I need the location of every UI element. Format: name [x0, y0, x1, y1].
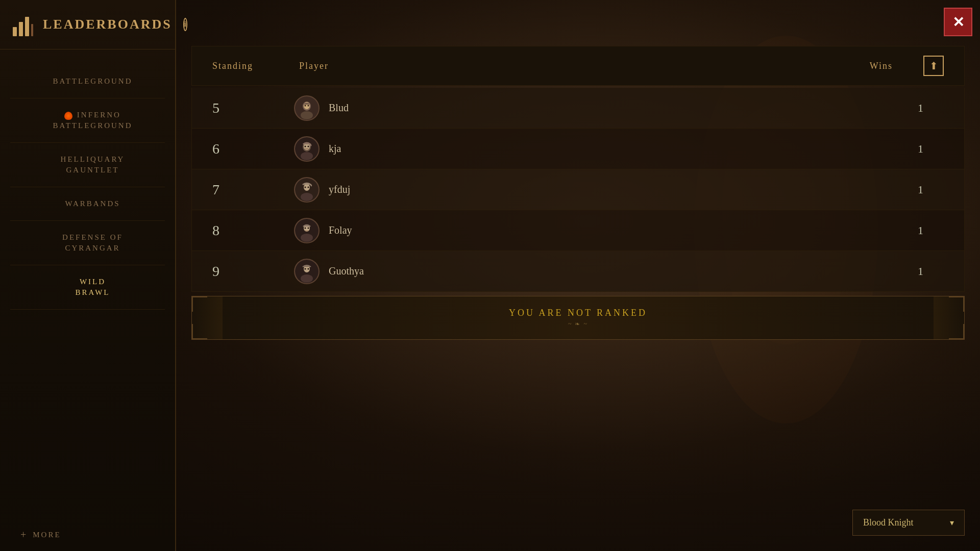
wins-guothya: 1: [852, 265, 954, 278]
svg-point-31: [308, 268, 309, 269]
main-content: Standing Player Wins ⬆ 5 Blud 1: [176, 0, 980, 551]
svg-point-28: [301, 274, 313, 283]
player-name-guothya: Guothya: [329, 265, 364, 277]
player-name-yfduj: yfduj: [329, 184, 350, 195]
avatar-kja: [294, 136, 320, 162]
sidebar-item-helliquary-gauntlet[interactable]: HELLIQUARYGAUNTLET: [0, 143, 175, 187]
nav-divider-6: [10, 309, 165, 310]
sidebar-item-inferno-battleground[interactable]: INFERNOBATTLEGROUND: [0, 98, 175, 142]
sidebar-item-wild-brawl[interactable]: WILDBRAWL: [0, 265, 175, 309]
wins-kja: 1: [852, 142, 954, 156]
header-title: LEADERBOARDS: [43, 17, 172, 32]
sidebar-nav: BATTLEGROUND INFERNOBATTLEGROUND HELLIQU…: [0, 49, 175, 519]
close-button[interactable]: ✕: [944, 8, 972, 36]
svg-point-30: [305, 268, 306, 269]
avatar-guothya: [294, 259, 320, 284]
standing-9: 9: [202, 263, 294, 280]
svg-point-21: [308, 186, 309, 188]
svg-point-23: [301, 234, 313, 242]
corner-decoration-br: [949, 324, 964, 339]
svg-rect-2: [19, 22, 23, 36]
player-name-folay: Folay: [329, 224, 352, 236]
svg-point-20: [305, 186, 306, 188]
wins-blud: 1: [852, 102, 954, 115]
corner-decoration-bl: [192, 324, 207, 339]
svg-point-16: [308, 145, 309, 147]
table-row: 7 yfduj 1: [191, 169, 965, 210]
avatar-folay: [294, 218, 320, 243]
corner-decoration-tr: [949, 296, 964, 312]
player-info-folay: Folay: [294, 218, 852, 243]
standing-7: 7: [202, 182, 294, 198]
leaderboard-icon: [10, 9, 36, 40]
avatar-blud: [294, 95, 320, 121]
table-row: 5 Blud 1: [191, 88, 965, 129]
column-standing: Standing: [202, 61, 294, 71]
sort-button[interactable]: ⬆: [923, 56, 944, 76]
sidebar-item-battleground[interactable]: BATTLEGROUND: [0, 65, 175, 98]
svg-point-13: [301, 152, 313, 160]
player-info-yfduj: yfduj: [294, 177, 852, 203]
plus-icon: +: [20, 529, 28, 541]
svg-rect-3: [25, 17, 29, 36]
svg-point-26: [308, 227, 309, 229]
sidebar: LEADERBOARDS i BATTLEGROUND INFERNOBATTL…: [0, 0, 176, 551]
corner-decoration-tl: [192, 296, 207, 312]
svg-rect-4: [31, 24, 33, 36]
svg-point-15: [305, 145, 306, 147]
table-row: 8 Folay 1: [191, 210, 965, 251]
column-wins: Wins: [821, 61, 923, 71]
standing-8: 8: [202, 222, 294, 239]
svg-point-9: [305, 105, 306, 106]
more-label: MORE: [33, 531, 61, 539]
wins-yfduj: 1: [852, 183, 954, 196]
column-player: Player: [294, 61, 821, 71]
player-name-kja: kja: [329, 143, 341, 155]
sidebar-item-warbands[interactable]: WARBANDS: [0, 187, 175, 220]
svg-point-7: [301, 111, 313, 119]
sidebar-header: LEADERBOARDS i: [0, 0, 175, 49]
player-name-blud: Blud: [329, 102, 349, 114]
table-row: 6 kja 1: [191, 129, 965, 169]
svg-point-25: [305, 227, 306, 229]
avatar-yfduj: [294, 177, 320, 203]
standing-5: 5: [202, 100, 294, 116]
table-row: 9 Guothya 1: [191, 251, 965, 292]
player-info-guothya: Guothya: [294, 259, 852, 284]
sidebar-footer-more[interactable]: + MORE: [0, 519, 175, 551]
wins-folay: 1: [852, 224, 954, 237]
svg-point-10: [308, 105, 309, 106]
player-info-blud: Blud: [294, 95, 852, 121]
fire-icon: [64, 112, 72, 120]
sort-up-icon: ⬆: [929, 60, 938, 72]
player-info-kja: kja: [294, 136, 852, 162]
table-header: Standing Player Wins ⬆: [191, 46, 965, 86]
standing-6: 6: [202, 141, 294, 157]
not-ranked-bar: YOU ARE NOT RANKED ~ ❧ ~: [191, 296, 965, 340]
svg-point-18: [301, 193, 313, 201]
svg-rect-1: [13, 27, 17, 36]
not-ranked-text: YOU ARE NOT RANKED: [203, 308, 953, 318]
not-ranked-decoration: ~ ❧ ~: [203, 320, 953, 328]
sidebar-item-defense-of-cyrangar[interactable]: DEFENSE OFCYRANGAR: [0, 221, 175, 265]
